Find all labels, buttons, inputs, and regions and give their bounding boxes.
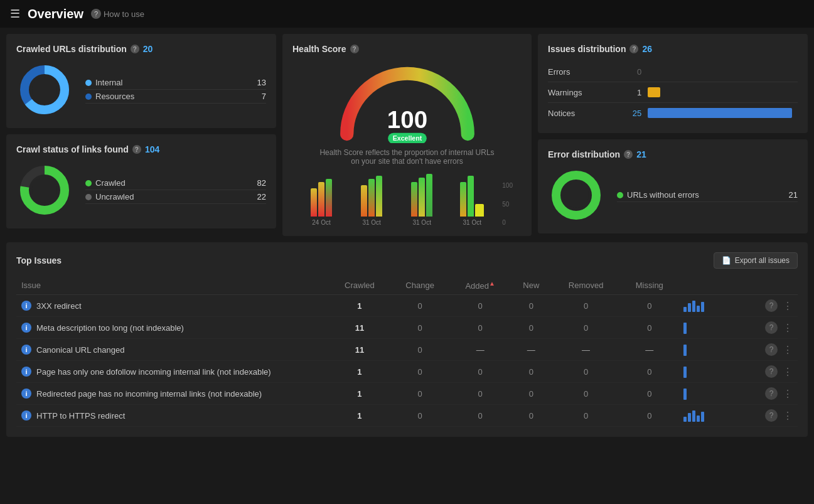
row6-name: HTTP to HTTPS redirect: [36, 411, 125, 421]
more-action-icon[interactable]: ⋮: [783, 344, 793, 356]
menu-icon[interactable]: ☰: [10, 7, 20, 21]
bar-group-2: 31 Oct: [349, 173, 394, 226]
health-description: Health Score reflects the proportion of …: [319, 148, 495, 166]
row1-removed: 0: [552, 295, 621, 317]
error-dist-info-icon[interactable]: ?: [624, 150, 633, 159]
more-action-icon[interactable]: ⋮: [783, 322, 793, 334]
row3-added: —: [449, 339, 511, 361]
main-content: Crawled URLs distribution ? 20: [0, 28, 814, 443]
help-action-icon[interactable]: ?: [765, 299, 778, 312]
crawled-urls-panel: Crawled URLs distribution ? 20: [6, 34, 276, 128]
crawl-status-count: 104: [145, 144, 159, 154]
errors-count: 0: [623, 67, 641, 77]
issues-dist-info-icon[interactable]: ?: [629, 45, 638, 53]
urls-error-dot: [617, 192, 623, 198]
export-label: Export all issues: [735, 256, 790, 265]
more-action-icon[interactable]: ⋮: [783, 410, 793, 422]
errors-bar: [648, 67, 798, 77]
help-action-icon[interactable]: ?: [765, 387, 778, 400]
warnings-bar-fill: [648, 87, 660, 97]
mini-bar: [692, 410, 695, 422]
row3-actions: ? ⋮: [760, 339, 798, 361]
row6-added: 0: [449, 405, 511, 427]
errors-row: Errors 0: [548, 62, 798, 82]
axis-0: 0: [502, 219, 513, 226]
row5-removed: 0: [552, 383, 621, 405]
row4-actions: ? ⋮: [760, 361, 798, 383]
left-panels: Crawled URLs distribution ? 20: [6, 34, 276, 236]
error-dist-content: URLs without errors 21: [548, 167, 798, 223]
row4-new: 0: [511, 361, 552, 383]
mini-bar: [697, 416, 700, 422]
col-chart: [678, 276, 760, 295]
crawled-urls-content: Internal 13 Resources 7: [16, 62, 266, 118]
row4-name: Page has only one dofollow incoming inte…: [36, 367, 271, 377]
issues-dist-count: 26: [642, 44, 652, 54]
crawled-urls-count: 20: [143, 44, 153, 54]
issues-table: Issue Crawled Change Added▲ New Removed …: [16, 276, 798, 427]
health-score-info-icon[interactable]: ?: [350, 45, 359, 53]
row3-removed: —: [552, 339, 621, 361]
urls-value: 21: [789, 190, 798, 200]
bar-group-1: 24 Oct: [299, 173, 344, 226]
internal-dot: [85, 80, 92, 86]
help-action-icon[interactable]: ?: [765, 321, 778, 334]
issue-name-cell: i Redirected page has no incoming intern…: [16, 383, 329, 405]
col-added: Added▲: [449, 276, 511, 295]
table-row: i Meta description too long (not indexab…: [16, 317, 798, 339]
row4-removed: 0: [552, 361, 621, 383]
errors-label: Errors: [548, 67, 623, 77]
warnings-count: 1: [623, 88, 641, 97]
mini-bar: [683, 389, 687, 400]
crawled-label: Crawled: [95, 178, 126, 188]
row1-name: 3XX redirect: [36, 301, 82, 311]
svg-point-2: [32, 77, 57, 102]
row5-info-badge: i: [21, 389, 31, 399]
col-crawled: Crawled: [329, 276, 390, 295]
export-button[interactable]: 📄 Export all issues: [714, 252, 798, 269]
row1-chart: [678, 295, 760, 317]
uncrawled-label: Uncrawled: [95, 192, 134, 201]
notices-label: Notices: [548, 109, 623, 118]
crawled-urls-info-icon[interactable]: ?: [131, 45, 139, 53]
help-label: How to use: [104, 9, 144, 19]
row5-missing: 0: [621, 383, 678, 405]
row5-change: 0: [390, 383, 450, 405]
row6-actions: ? ⋮: [760, 405, 798, 427]
internal-value: 13: [257, 78, 266, 87]
notices-bar: [648, 108, 798, 118]
crawled-value: 82: [257, 178, 266, 188]
crawl-status-legend: Crawled 82 Uncrawled 22: [85, 176, 266, 204]
row4-crawled: 1: [329, 361, 390, 383]
row3-change: 0: [390, 339, 450, 361]
how-to-use-link[interactable]: ? How to use: [91, 9, 144, 19]
help-action-icon[interactable]: ?: [765, 343, 778, 356]
notices-count: 25: [623, 109, 641, 118]
top-issues-title: Top Issues: [16, 255, 62, 265]
crawl-status-info-icon[interactable]: ?: [132, 145, 141, 154]
warnings-label: Warnings: [548, 88, 623, 97]
mini-bar: [683, 367, 687, 378]
help-action-icon[interactable]: ?: [765, 365, 778, 378]
uncrawled-value: 22: [257, 192, 266, 201]
row1-missing: 0: [621, 295, 678, 317]
issue-name-cell: i Meta description too long (not indexab…: [16, 317, 329, 339]
table-row: i Page has only one dofollow incoming in…: [16, 361, 798, 383]
urls-without-errors-row: URLs without errors 21: [617, 188, 798, 202]
top-issues-header: Top Issues 📄 Export all issues: [16, 252, 798, 269]
help-action-icon[interactable]: ?: [765, 409, 778, 422]
col-new: New: [511, 276, 552, 295]
more-action-icon[interactable]: ⋮: [783, 366, 793, 378]
row6-chart: [678, 405, 760, 427]
row5-actions: ? ⋮: [760, 383, 798, 405]
mini-bar: [683, 345, 687, 356]
row2-crawled: 11: [329, 317, 390, 339]
row6-new: 0: [511, 405, 552, 427]
more-action-icon[interactable]: ⋮: [783, 388, 793, 400]
row3-crawled: 11: [329, 339, 390, 361]
mini-bar: [692, 301, 695, 312]
bar-group-3: 31 Oct: [399, 173, 444, 226]
chart-axis: 100 50 0: [500, 182, 515, 226]
row5-name: Redirected page has no incoming internal…: [36, 389, 262, 399]
more-action-icon[interactable]: ⋮: [783, 300, 793, 312]
